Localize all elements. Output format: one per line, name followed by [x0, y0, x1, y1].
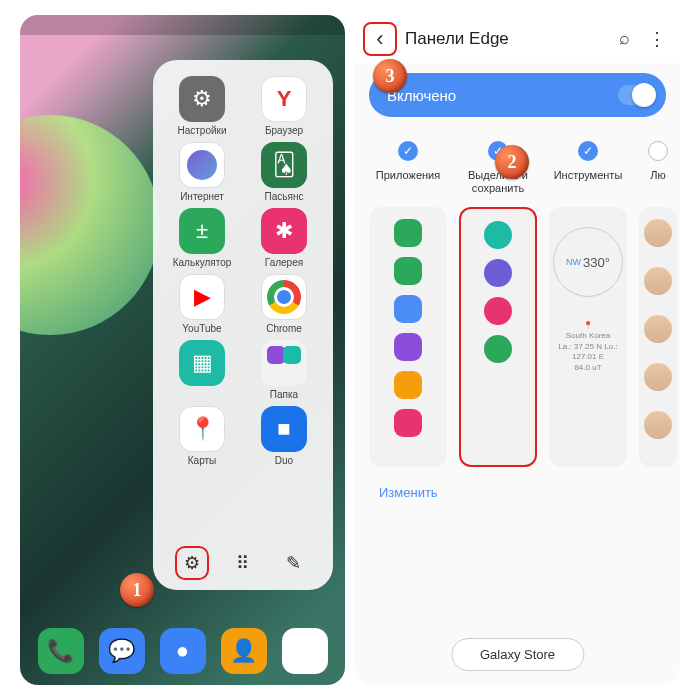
- app-icon: ▦: [179, 340, 225, 386]
- app-icon: Y: [261, 76, 307, 122]
- panel-footer: ⚙ ⠿ ✎: [153, 546, 333, 580]
- app-label: Карты: [188, 455, 217, 466]
- panel-preview: NW330°📍South KoreaLa.: 37.25 N Lo.: 127.…: [549, 207, 627, 467]
- edit-button[interactable]: ✎: [277, 546, 311, 580]
- step-badge-3: 3: [373, 59, 407, 93]
- app-icon: 🂡: [261, 142, 307, 188]
- app-label: Chrome: [266, 323, 302, 334]
- app-label: Папка: [270, 389, 298, 400]
- phone-edge-panel: ⚙НастройкиYБраузерИнтернет🂡Пасьянс±Кальк…: [20, 15, 345, 685]
- dock-phone-icon[interactable]: 📞: [38, 628, 84, 674]
- check-icon[interactable]: [648, 141, 668, 161]
- dock: 📞 💬 ● 👤 ⊞: [20, 628, 345, 677]
- app-icon: ±: [179, 208, 225, 254]
- app-icon: [261, 340, 307, 386]
- header: ‹ Панели Edge ⌕ ⋮: [355, 15, 680, 63]
- app-label: Калькулятор: [173, 257, 232, 268]
- back-button[interactable]: ‹: [363, 22, 397, 56]
- enable-toggle-bar[interactable]: Включено: [369, 73, 666, 117]
- app-Пасьянс[interactable]: 🂡Пасьянс: [245, 142, 323, 202]
- step-badge-1: 1: [120, 573, 154, 607]
- app-Галерея[interactable]: ✱Галерея: [245, 208, 323, 268]
- app-label: Браузер: [265, 125, 303, 136]
- app-label: Галерея: [265, 257, 303, 268]
- dock-app-icon[interactable]: ●: [160, 628, 206, 674]
- app-icon: ■: [261, 406, 307, 452]
- wallpaper: [20, 115, 160, 335]
- app-Браузер[interactable]: YБраузер: [245, 76, 323, 136]
- app-label: YouTube: [182, 323, 221, 334]
- grid-button[interactable]: ⠿: [226, 546, 260, 580]
- app-Chrome[interactable]: Chrome: [245, 274, 323, 334]
- app-Карты[interactable]: 📍Карты: [163, 406, 241, 466]
- panel-preview: [369, 207, 447, 467]
- app-[interactable]: ▦: [163, 340, 241, 400]
- settings-button[interactable]: ⚙: [175, 546, 209, 580]
- app-Duo[interactable]: ■Duo: [245, 406, 323, 466]
- check-icon[interactable]: ✓: [398, 141, 418, 161]
- app-Настройки[interactable]: ⚙Настройки: [163, 76, 241, 136]
- panel-preview: [459, 207, 537, 467]
- phone-settings: ‹ Панели Edge ⌕ ⋮ Включено ✓Приложения✓В…: [355, 15, 680, 685]
- dock-messages-icon[interactable]: 💬: [99, 628, 145, 674]
- app-Калькулятор[interactable]: ±Калькулятор: [163, 208, 241, 268]
- app-Папка[interactable]: Папка: [245, 340, 323, 400]
- app-icon: ▶: [179, 274, 225, 320]
- app-Интернет[interactable]: Интернет: [163, 142, 241, 202]
- edit-link[interactable]: Изменить: [355, 467, 680, 500]
- step-badge-2: 2: [495, 145, 529, 179]
- app-label: Duo: [275, 455, 293, 466]
- status-bar: [20, 15, 345, 35]
- galaxy-store-button[interactable]: Galaxy Store: [451, 638, 584, 671]
- search-icon[interactable]: ⌕: [619, 28, 630, 50]
- panel-label: Приложения: [369, 169, 447, 197]
- app-label: Пасьянс: [265, 191, 304, 202]
- page-title: Панели Edge: [405, 29, 619, 49]
- panel-3[interactable]: Лю: [639, 141, 677, 467]
- panel-0[interactable]: ✓Приложения: [369, 141, 447, 467]
- app-icon: [261, 274, 307, 320]
- app-YouTube[interactable]: ▶YouTube: [163, 274, 241, 334]
- dock-app2-icon[interactable]: ⊞: [282, 628, 328, 674]
- panel-label: Инструменты: [549, 169, 627, 197]
- toggle-switch[interactable]: [618, 85, 656, 105]
- dock-contacts-icon[interactable]: 👤: [221, 628, 267, 674]
- panel-label: Лю: [639, 169, 677, 197]
- edge-panel: ⚙НастройкиYБраузерИнтернет🂡Пасьянс±Кальк…: [153, 60, 333, 590]
- panel-1[interactable]: ✓Выделить и сохранить: [459, 141, 537, 467]
- panel-2[interactable]: ✓ИнструментыNW330°📍South KoreaLa.: 37.25…: [549, 141, 627, 467]
- more-icon[interactable]: ⋮: [648, 28, 666, 50]
- panel-label: Выделить и сохранить: [459, 169, 537, 197]
- app-icon: ✱: [261, 208, 307, 254]
- app-label: Интернет: [180, 191, 224, 202]
- app-icon: 📍: [179, 406, 225, 452]
- check-icon[interactable]: ✓: [578, 141, 598, 161]
- app-icon: ⚙: [179, 76, 225, 122]
- app-icon: [179, 142, 225, 188]
- app-label: Настройки: [177, 125, 226, 136]
- panel-preview: [639, 207, 677, 467]
